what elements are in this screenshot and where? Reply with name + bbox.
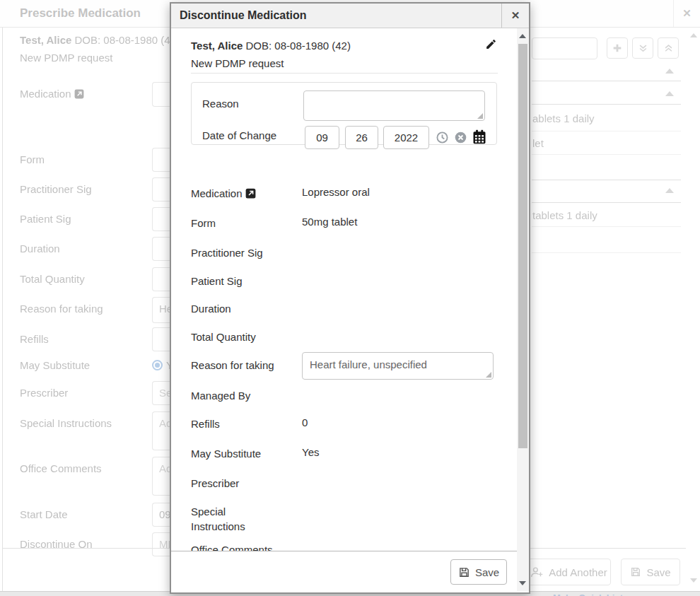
field-label-patient-sig: Patient Sig xyxy=(191,274,274,288)
field-label-practitioner-sig: Practitioner Sig xyxy=(191,245,274,260)
resize-handle[interactable] xyxy=(477,113,483,119)
pencil-icon xyxy=(485,38,497,50)
field-value-refills: 0 xyxy=(302,416,308,428)
collapse-section-icon xyxy=(665,91,674,96)
field-label-total-quantity: Total Quantity xyxy=(191,329,274,344)
external-link-icon xyxy=(74,89,84,99)
collapse-all-button xyxy=(658,37,679,59)
bg-label-total-quantity: Total Quantity xyxy=(20,273,85,285)
dialog-close-button[interactable]: ✕ xyxy=(501,4,529,28)
bg-med-list-item: ablets 1 daily xyxy=(532,112,595,124)
reason-textarea[interactable] xyxy=(303,90,485,121)
bg-label-special-instructions: Special Instructions xyxy=(20,417,112,429)
bg-label-form: Form xyxy=(20,153,45,165)
field-label-reason-for-taking: Reason for taking xyxy=(191,358,274,373)
close-icon: ✕ xyxy=(511,9,520,21)
left-edge-divider xyxy=(2,28,3,591)
save-icon xyxy=(630,566,641,578)
section-divider xyxy=(532,180,681,180)
save-button[interactable]: Save xyxy=(450,559,507,585)
row-divider xyxy=(532,252,681,253)
bg-label-office-comments: Office Comments xyxy=(20,462,102,474)
bg-label-may-substitute: May Substitute xyxy=(20,359,90,371)
background-page-title: Prescribe Medication xyxy=(20,6,141,21)
dialog-body: Test, Alice DOB: 08-08-1980 (42) New PDM… xyxy=(171,28,529,591)
page-scrollbar xyxy=(688,28,700,591)
bg-label-prescriber: Prescriber xyxy=(20,387,68,399)
section-divider xyxy=(532,81,681,81)
row-divider xyxy=(532,154,681,155)
row-divider xyxy=(532,131,681,132)
date-year-input[interactable]: 2022 xyxy=(383,126,429,149)
external-link-icon xyxy=(245,188,256,199)
field-label-refills: Refills xyxy=(191,416,274,431)
date-month-input[interactable]: 09 xyxy=(305,126,339,149)
background-patient-line: Test, Alice DOB: 08-08-1980 (42 xyxy=(20,34,176,46)
background-patient-name: Test, Alice xyxy=(20,34,71,46)
bg-label-duration: Duration xyxy=(20,243,60,255)
field-value-may-substitute: Yes xyxy=(302,446,319,458)
save-label: Save xyxy=(475,566,499,578)
bg-save-button: Save xyxy=(621,559,680,585)
field-label-medication: Medication xyxy=(191,186,274,201)
background-patient-dob: DOB: 08-08-1980 (42 xyxy=(75,34,176,46)
section-divider xyxy=(532,104,681,105)
scroll-down-icon[interactable] xyxy=(519,581,526,585)
bg-label-reason-for-taking: Reason for taking xyxy=(20,303,103,315)
scrollbar-thumb[interactable] xyxy=(518,44,527,448)
bg-save-label: Save xyxy=(646,566,670,578)
date-of-change-label: Date of Change xyxy=(202,129,276,141)
save-icon xyxy=(458,566,470,578)
scroll-down-icon xyxy=(690,578,697,583)
reason-for-taking-textarea[interactable]: Heart failure, unspecified xyxy=(302,352,494,380)
add-another-button: Add Another xyxy=(527,559,611,585)
quick-list-label: Make Quick List xyxy=(553,592,623,596)
divider xyxy=(191,73,498,74)
field-label-managed-by: Managed By xyxy=(191,388,274,403)
expand-all-button xyxy=(632,37,653,59)
bg-med-list-item: tablets 1 daily xyxy=(532,209,597,221)
plus-icon xyxy=(612,42,623,54)
resize-handle[interactable] xyxy=(486,372,491,378)
bg-radio-may-substitute-yes xyxy=(152,360,163,370)
field-label-special-instructions: Special Instructions xyxy=(191,504,274,534)
patient-dob: DOB: 08-08-1980 (42) xyxy=(246,40,351,52)
collapse-section-icon xyxy=(665,188,674,193)
section-divider xyxy=(532,202,681,203)
clock-icon xyxy=(436,132,448,144)
bg-label-start-date: Start Date xyxy=(20,508,68,520)
field-label-may-substitute: May Substitute xyxy=(191,446,274,461)
field-value-form: 50mg tablet xyxy=(302,216,357,228)
bg-label-medication: Medication xyxy=(20,88,84,100)
dialog-scrollbar[interactable] xyxy=(517,28,529,591)
medication-external-link-button[interactable] xyxy=(245,188,256,199)
field-label-prescriber: Prescriber xyxy=(191,476,274,491)
dialog-titlebar: Discontinue Medication ✕ xyxy=(171,4,529,28)
discontinue-medication-dialog: Discontinue Medication ✕ Test, Alice DOB… xyxy=(170,2,530,594)
change-panel: Reason Date of Change 09 26 2022 xyxy=(191,82,497,145)
field-label-duration: Duration xyxy=(191,301,274,316)
reason-label: Reason xyxy=(202,98,239,110)
date-day-input[interactable]: 26 xyxy=(345,126,378,149)
app-window: Prescribe Medication ✕ Test, Alice DOB: … xyxy=(0,0,700,596)
scroll-up-icon xyxy=(690,33,697,37)
patient-note: New PDMP request xyxy=(191,57,284,69)
scroll-up-icon[interactable] xyxy=(519,34,526,38)
clear-date-button[interactable] xyxy=(455,132,467,144)
background-patient-note: New PDMP request xyxy=(20,52,112,64)
add-button xyxy=(607,37,628,59)
time-button[interactable] xyxy=(436,132,448,144)
bg-search-input xyxy=(532,37,597,59)
edit-patient-button[interactable] xyxy=(485,38,497,50)
patient-line: Test, Alice DOB: 08-08-1980 (42) xyxy=(191,40,351,52)
bg-med-list-item: let xyxy=(532,137,544,149)
collapse-section-icon xyxy=(665,69,674,74)
double-chevron-up-icon xyxy=(663,43,674,54)
patient-name: Test, Alice xyxy=(191,40,243,52)
bg-label-practitioner-sig: Practitioner Sig xyxy=(20,183,92,195)
person-plus-icon xyxy=(530,566,544,578)
calendar-button[interactable] xyxy=(472,129,486,144)
dialog-footer: Save xyxy=(171,551,517,591)
clear-circle-icon xyxy=(455,132,467,144)
double-chevron-down-icon xyxy=(638,43,648,54)
